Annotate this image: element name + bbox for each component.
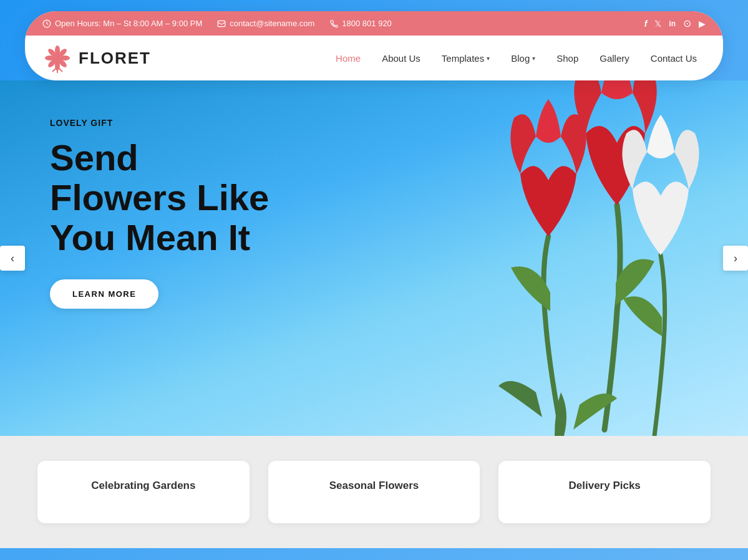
nav-shop[interactable]: Shop xyxy=(548,49,587,67)
carousel-next-button[interactable]: › xyxy=(723,246,748,271)
card-3-title: Delivery Picks xyxy=(517,480,692,492)
templates-chevron-icon: ▾ xyxy=(487,55,490,62)
open-hours: Open Hours: Mn – St 8:00 AM – 9:00 PM xyxy=(42,19,202,28)
card-2-title: Seasonal Flowers xyxy=(287,480,462,492)
nav-blog[interactable]: Blog ▾ xyxy=(502,49,544,67)
header-nav-area: FLORET Home About Us Templates ▾ Blog xyxy=(25,36,723,80)
hero-flower-image xyxy=(386,80,748,436)
svg-point-10 xyxy=(53,54,62,62)
nav-templates[interactable]: Templates ▾ xyxy=(433,49,498,67)
card-3: Delivery Picks xyxy=(498,461,711,523)
email-info[interactable]: contact@sitename.com xyxy=(217,19,314,28)
nav-gallery[interactable]: Gallery xyxy=(591,49,638,67)
logo-icon xyxy=(42,43,72,73)
hero-section: ‹ LOVELY GIFT Send Flowers Like You Mean… xyxy=(0,80,748,436)
instagram-link[interactable]: ⊙ xyxy=(683,17,691,29)
nav-contact[interactable]: Contact Us xyxy=(642,49,706,67)
learn-more-button[interactable]: LEARN MORE xyxy=(50,279,158,309)
blog-chevron-icon: ▾ xyxy=(532,55,535,62)
card-1-title: Celebrating Gardens xyxy=(56,480,231,492)
header-card: Open Hours: Mn – St 8:00 AM – 9:00 PM co… xyxy=(25,11,723,80)
nav-home[interactable]: Home xyxy=(327,49,369,67)
social-links: f 𝕏 in ⊙ ▶ xyxy=(644,17,706,29)
bottom-cards-section: Celebrating Gardens Seasonal Flowers Del… xyxy=(0,436,748,548)
twitter-link[interactable]: 𝕏 xyxy=(654,19,661,29)
header-topbar: Open Hours: Mn – St 8:00 AM – 9:00 PM co… xyxy=(25,11,723,36)
hero-title: Send Flowers Like You Mean It xyxy=(50,138,274,257)
facebook-link[interactable]: f xyxy=(644,19,648,29)
card-1: Celebrating Gardens xyxy=(37,461,250,523)
card-2: Seasonal Flowers xyxy=(268,461,480,523)
svg-rect-1 xyxy=(218,21,225,26)
header-info: Open Hours: Mn – St 8:00 AM – 9:00 PM co… xyxy=(42,19,627,28)
youtube-link[interactable]: ▶ xyxy=(699,19,706,29)
main-nav: Home About Us Templates ▾ Blog ▾ Shop xyxy=(176,49,706,67)
hero-subtitle: LOVELY GIFT xyxy=(50,118,274,128)
carousel-prev-button[interactable]: ‹ xyxy=(0,246,25,271)
linkedin-link[interactable]: in xyxy=(669,19,676,28)
hero-content: LOVELY GIFT Send Flowers Like You Mean I… xyxy=(0,80,324,346)
logo-text: FLORET xyxy=(79,49,151,68)
phone-info[interactable]: 1800 801 920 xyxy=(329,19,392,28)
logo[interactable]: FLORET xyxy=(42,43,151,73)
tulip-svg xyxy=(386,80,748,436)
nav-about[interactable]: About Us xyxy=(373,49,429,67)
